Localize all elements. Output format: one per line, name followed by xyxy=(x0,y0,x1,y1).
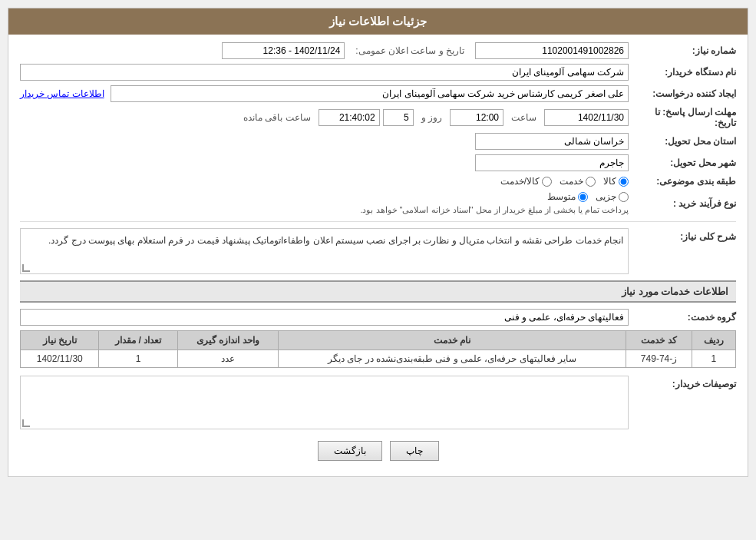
page-title: جزئیات اطلاعات نیاز xyxy=(329,15,427,28)
requester-field: اطلاعات تماس خریدار xyxy=(20,85,629,102)
province-row: استان محل تحویل: xyxy=(20,133,736,150)
category-both-radio[interactable] xyxy=(542,177,552,187)
resize-handle[interactable] xyxy=(22,264,30,272)
requester-row: ایجاد کننده درخواست: اطلاعات تماس خریدار xyxy=(20,85,736,102)
category-goods-label: کالا xyxy=(603,176,616,187)
page-wrapper: جزئیات اطلاعات نیاز شماره نیاز: تاریخ و … xyxy=(0,0,756,485)
category-label: طبقه بندی موضوعی: xyxy=(629,176,736,187)
purchase-partial-item: جزیی xyxy=(596,191,629,202)
buyer-comments-box[interactable] xyxy=(20,376,629,429)
purchase-partial-label: جزیی xyxy=(596,191,616,202)
description-field: انجام خدمات طراحی نقشه و انتخاب متریال و… xyxy=(20,228,629,274)
purchase-partial-radio[interactable] xyxy=(619,192,629,202)
service-group-field xyxy=(20,309,629,326)
city-row: شهر محل تحویل: xyxy=(20,154,736,171)
category-service-radio[interactable] xyxy=(586,177,596,187)
buyer-comment-resize[interactable] xyxy=(22,419,30,427)
content-area: شماره نیاز: تاریخ و ساعت اعلان عمومی: نا… xyxy=(8,35,748,476)
buyer-comments-label: توصیفات خریدار: xyxy=(629,376,736,389)
divider-1 xyxy=(20,221,736,222)
cell-date: 1402/11/30 xyxy=(21,350,99,368)
buyer-org-input[interactable] xyxy=(20,64,629,81)
category-radio-group: کالا خدمت کالا/خدمت xyxy=(500,176,629,187)
need-number-label: شماره نیاز: xyxy=(629,45,736,56)
service-table-body: 1ز-74-749سایر فعالیتهای حرفه‌ای، علمی و … xyxy=(21,350,736,368)
countdown-label: ساعت باقی مانده xyxy=(239,112,315,123)
category-goods-radio[interactable] xyxy=(619,177,629,187)
requester-label: ایجاد کننده درخواست: xyxy=(629,88,736,99)
deadline-label: مهلت ارسال پاسخ: تا تاریخ: xyxy=(629,107,736,128)
deadline-field: ساعت روز و ساعت باقی مانده xyxy=(20,109,629,126)
description-label: شرح کلی نیاز: xyxy=(629,228,736,242)
col-name: نام خدمت xyxy=(278,331,626,350)
cell-name: سایر فعالیتهای حرفه‌ای، علمی و فنی طبقه‌… xyxy=(278,350,626,368)
service-info-section: اطلاعات خدمات مورد نیاز xyxy=(20,280,736,303)
purchase-type-row: نوع فرآیند خرید : جزیی متوسط پرداخت تمام… xyxy=(20,191,736,215)
service-table: ردیف کد خدمت نام خدمت واحد اندازه گیری ت… xyxy=(20,330,736,368)
description-text-box: انجام خدمات طراحی نقشه و انتخاب متریال و… xyxy=(20,228,629,274)
buyer-org-label: نام دستگاه خریدار: xyxy=(629,67,736,78)
main-container: جزئیات اطلاعات نیاز شماره نیاز: تاریخ و … xyxy=(8,8,748,477)
col-quantity: تعداد / مقدار xyxy=(99,331,177,350)
category-both-item: کالا/خدمت xyxy=(500,176,552,187)
datetime-input[interactable] xyxy=(222,42,345,59)
service-group-label: گروه خدمت: xyxy=(629,312,736,323)
deadline-row: مهلت ارسال پاسخ: تا تاریخ: ساعت روز و سا… xyxy=(20,107,736,128)
cell-code: ز-74-749 xyxy=(626,350,692,368)
datetime-label: تاریخ و ساعت اعلان عمومی: xyxy=(351,45,469,56)
contact-link[interactable]: اطلاعات تماس خریدار xyxy=(20,88,104,99)
col-code: کد خدمت xyxy=(626,331,692,350)
days-input[interactable] xyxy=(383,109,414,126)
page-header: جزئیات اطلاعات نیاز xyxy=(8,8,748,35)
col-row: ردیف xyxy=(692,331,735,350)
province-field xyxy=(20,133,629,150)
table-row: 1ز-74-749سایر فعالیتهای حرفه‌ای، علمی و … xyxy=(21,350,736,368)
description-row: شرح کلی نیاز: انجام خدمات طراحی نقشه و ا… xyxy=(20,228,736,274)
category-service-item: خدمت xyxy=(560,176,596,187)
purchase-medium-label: متوسط xyxy=(547,191,576,202)
city-field xyxy=(20,154,629,171)
purchase-type-field: جزیی متوسط پرداخت تمام یا بخشی از مبلغ خ… xyxy=(20,191,629,215)
service-group-row: گروه خدمت: xyxy=(20,309,736,326)
countdown-input[interactable] xyxy=(319,109,380,126)
purchase-note: پرداخت تمام یا بخشی از مبلغ خریدار از مح… xyxy=(360,205,629,215)
city-input[interactable] xyxy=(475,154,629,171)
purchase-medium-item: متوسط xyxy=(547,191,588,202)
button-row: چاپ بازگشت xyxy=(20,441,736,461)
buyer-comments-field xyxy=(20,376,629,429)
cell-row: 1 xyxy=(692,350,735,368)
back-button[interactable]: بازگشت xyxy=(318,441,382,461)
buyer-comments-row: توصیفات خریدار: xyxy=(20,376,736,429)
category-field: کالا خدمت کالا/خدمت xyxy=(20,176,629,187)
category-row: طبقه بندی موضوعی: کالا خدمت xyxy=(20,176,736,187)
buyer-org-field xyxy=(20,64,629,81)
deadline-time-input[interactable] xyxy=(450,109,503,126)
requester-input[interactable] xyxy=(111,85,629,102)
purchase-radio-group: جزیی متوسط xyxy=(547,191,629,202)
purchase-type-label: نوع فرآیند خرید : xyxy=(629,198,736,209)
service-group-input[interactable] xyxy=(20,309,629,326)
province-label: استان محل تحویل: xyxy=(629,136,736,147)
time-label: ساعت xyxy=(507,112,541,123)
need-number-input[interactable] xyxy=(475,42,629,59)
description-content: انجام خدمات طراحی نقشه و انتخاب متریال و… xyxy=(48,235,623,246)
col-unit: واحد اندازه گیری xyxy=(177,331,278,350)
col-date: تاریخ نیاز xyxy=(21,331,99,350)
category-goods-item: کالا xyxy=(603,176,629,187)
province-input[interactable] xyxy=(475,133,629,150)
buyer-org-row: نام دستگاه خریدار: xyxy=(20,64,736,81)
deadline-date-input[interactable] xyxy=(544,109,629,126)
print-button[interactable]: چاپ xyxy=(390,441,439,461)
day-label: روز و xyxy=(417,112,447,123)
category-service-label: خدمت xyxy=(560,176,583,187)
service-table-header: ردیف کد خدمت نام خدمت واحد اندازه گیری ت… xyxy=(21,331,736,350)
category-both-label: کالا/خدمت xyxy=(500,176,540,187)
need-number-field: تاریخ و ساعت اعلان عمومی: xyxy=(20,42,629,59)
purchase-medium-radio[interactable] xyxy=(578,192,588,202)
need-number-row: شماره نیاز: تاریخ و ساعت اعلان عمومی: xyxy=(20,42,736,59)
cell-unit: عدد xyxy=(177,350,278,368)
cell-quantity: 1 xyxy=(99,350,177,368)
city-label: شهر محل تحویل: xyxy=(629,157,736,168)
